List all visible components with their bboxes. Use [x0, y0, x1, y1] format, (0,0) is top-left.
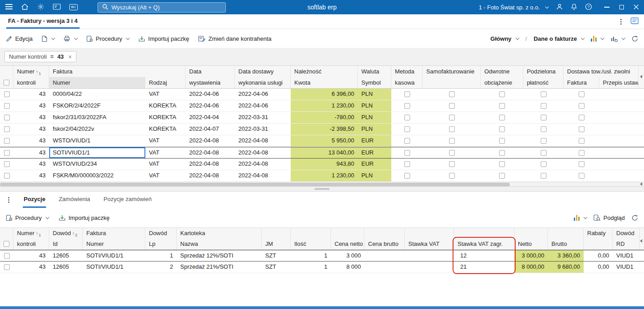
samofakturowanie-checkbox[interactable]: [449, 150, 455, 156]
col-dostawa-faktura[interactable]: Faktura: [564, 77, 599, 88]
dostawa-faktura-checkbox[interactable]: [579, 150, 585, 156]
cell-rodzaj[interactable]: VAT: [145, 135, 186, 146]
cell-dowod-lp[interactable]: 2: [145, 262, 177, 273]
edit-button[interactable]: Edycja: [6, 35, 33, 42]
procedures-button[interactable]: Procedury: [6, 215, 49, 221]
podzielona-platnosc-checkbox[interactable]: [541, 115, 547, 120]
metoda-kasowa-checkbox[interactable]: [404, 150, 410, 156]
metoda-kasowa-checkbox[interactable]: [404, 126, 410, 132]
cell-faktura-numer[interactable]: fskor2/04/2022v: [49, 124, 145, 135]
table-row[interactable]: 43 WSTO/VIUD/1 VAT 2022-04-08 2022-04-08…: [0, 135, 644, 147]
row-checkbox[interactable]: [4, 253, 10, 259]
cell-kwota[interactable]: 1 230,00: [291, 170, 358, 181]
cell-waluta[interactable]: EUR: [358, 159, 391, 170]
cell-ilosc[interactable]: 1: [291, 262, 331, 273]
col-dowod-rd[interactable]: DowódRD: [613, 228, 640, 249]
analysis-settings-button[interactable]: [610, 35, 625, 42]
cell-data-dostawy[interactable]: 2022-04-08: [235, 170, 291, 181]
cell-data-wystawienia[interactable]: 2022-04-08: [186, 147, 235, 158]
dostawa-faktura-checkbox[interactable]: [579, 173, 585, 179]
col-rabaty[interactable]: Rabaty: [584, 228, 613, 249]
cell-przepis-ustawy[interactable]: [599, 124, 639, 135]
tab-fa-faktury[interactable]: FA - Faktury - wersja 3 i 4: [6, 14, 80, 29]
cell-przepis-ustawy[interactable]: [599, 159, 639, 170]
cell-waluta[interactable]: EUR: [358, 135, 391, 146]
table-row[interactable]: 43 fskor2/31/03/2022FA KOREKTA 2022-04-0…: [0, 112, 644, 124]
settings-gear-icon[interactable]: [37, 3, 44, 12]
cell-dowod-rd[interactable]: VIUD1: [613, 250, 640, 261]
odwrotne-obciazenie-checkbox[interactable]: [499, 115, 505, 120]
cell-kwota[interactable]: 5 950,00: [291, 135, 358, 146]
podzielona-platnosc-checkbox[interactable]: [541, 150, 547, 156]
cell-kwota[interactable]: -780,00: [291, 112, 358, 123]
table-row[interactable]: 43 WSTO/VIUD/234 VAT 2022-04-08 2022-04-…: [0, 159, 644, 170]
registry-card-icon[interactable]: [53, 4, 61, 11]
cell-stawka-vat-zagr[interactable]: 21: [454, 262, 514, 273]
cell-dowod-rd[interactable]: VIUD1: [613, 262, 640, 273]
metoda-kasowa-checkbox[interactable]: [404, 91, 410, 97]
cell-data-dostawy[interactable]: 2022-03-31: [235, 112, 291, 123]
col-data-dostawy[interactable]: Data dostawywykonania usługi: [235, 66, 291, 88]
cell-faktura-numer[interactable]: FSKR/M0/000003/2022: [49, 170, 145, 181]
cell-brutto[interactable]: 3 360,00: [548, 250, 584, 261]
col-waluta-symbol[interactable]: WalutaSymbol: [358, 66, 391, 88]
cell-kwota[interactable]: 1 230,00: [291, 100, 358, 112]
samofakturowanie-checkbox[interactable]: [449, 103, 455, 109]
cell-numer-kontroli[interactable]: 43: [13, 262, 49, 273]
cell-data-wystawienia[interactable]: 2022-04-06: [186, 89, 235, 100]
dostawa-faktura-checkbox[interactable]: [579, 91, 585, 97]
col-przepis-ustawy[interactable]: Przepis ustawy: [599, 77, 639, 88]
cell-faktura-numer[interactable]: SOTI/VIUD1/1: [83, 262, 145, 273]
remove-filter-icon[interactable]: ×: [68, 53, 72, 60]
dostawa-faktura-checkbox[interactable]: [579, 115, 585, 120]
cell-waluta[interactable]: PLN: [358, 124, 391, 135]
close-button[interactable]: [634, 4, 639, 11]
cell-data-wystawienia[interactable]: 2022-04-08: [186, 170, 235, 181]
cell-numer-kontroli[interactable]: 43: [13, 170, 49, 181]
cell-przepis-ustawy[interactable]: [599, 135, 639, 146]
cell-kartoteka-nazwa[interactable]: Sprzedaż 21%/SOTI: [177, 262, 262, 273]
dostawa-faktura-checkbox[interactable]: [579, 103, 585, 109]
cell-rodzaj[interactable]: VAT: [145, 159, 186, 170]
cell-przepis-ustawy[interactable]: [599, 170, 639, 181]
col-samofakturowanie[interactable]: Samofakturowanie: [423, 66, 481, 88]
samofakturowanie-checkbox[interactable]: [449, 126, 455, 132]
col-faktura-numer[interactable]: Numer: [49, 77, 145, 88]
tab-overflow-menu-icon[interactable]: [619, 18, 623, 26]
cell-numer-kontroli[interactable]: 43: [13, 159, 49, 170]
cell-waluta[interactable]: PLN: [358, 112, 391, 123]
odwrotne-obciazenie-checkbox[interactable]: [499, 91, 505, 97]
odwrotne-obciazenie-checkbox[interactable]: [499, 173, 505, 179]
cell-data-dostawy[interactable]: 2022-04-08: [235, 147, 291, 158]
row-checkbox[interactable]: [4, 103, 10, 109]
col-podzielona-platnosc[interactable]: Podzielonapłatność: [523, 66, 564, 88]
metoda-kasowa-checkbox[interactable]: [404, 115, 410, 120]
view-primary-selector[interactable]: Główny: [491, 35, 519, 42]
col-cena-brutto[interactable]: Cena brutto: [364, 228, 405, 249]
cell-faktura-numer[interactable]: WSTO/VIUD/1: [49, 135, 145, 146]
tab-pozycje-zamowien[interactable]: Pozycje zamówień: [103, 192, 153, 208]
cell-faktura-numer[interactable]: WSTO/VIUD/234: [49, 159, 145, 170]
company-selector[interactable]: 1 - Foto Świat sp. z o.o.: [479, 4, 548, 11]
tab-pozycje[interactable]: Pozycje: [23, 192, 46, 208]
podzielona-platnosc-checkbox[interactable]: [541, 126, 547, 132]
cell-netto[interactable]: 8 000,00: [514, 262, 548, 273]
cell-kwota[interactable]: 6 396,00: [291, 89, 358, 100]
cell-cena-brutto[interactable]: [364, 250, 405, 261]
cell-cena-brutto[interactable]: [364, 262, 405, 273]
col-naleznosc-kwota[interactable]: NależnośćKwota: [291, 66, 358, 88]
cell-cena-netto[interactable]: 8 000: [331, 262, 364, 273]
position-row-selected[interactable]: 43 12605 SOTI/VIUD1/1 1 Sprzedaż 12%/SOT…: [0, 250, 644, 262]
scroll-left-icon[interactable]: [640, 182, 642, 186]
col-cena-netto[interactable]: Cena netto: [331, 228, 364, 249]
row-checkbox[interactable]: [4, 115, 10, 120]
search-input[interactable]: [111, 4, 221, 11]
odwrotne-obciazenie-checkbox[interactable]: [499, 161, 505, 167]
view-secondary-selector[interactable]: Dane o fakturze: [534, 35, 584, 42]
samofakturowanie-checkbox[interactable]: [449, 91, 455, 97]
metoda-kasowa-checkbox[interactable]: [404, 173, 410, 179]
col-brutto[interactable]: Brutto: [548, 228, 584, 249]
cell-numer-kontroli[interactable]: 43: [13, 112, 49, 123]
cell-data-wystawienia[interactable]: 2022-04-08: [186, 135, 235, 146]
select-all-checkbox[interactable]: [4, 241, 9, 247]
